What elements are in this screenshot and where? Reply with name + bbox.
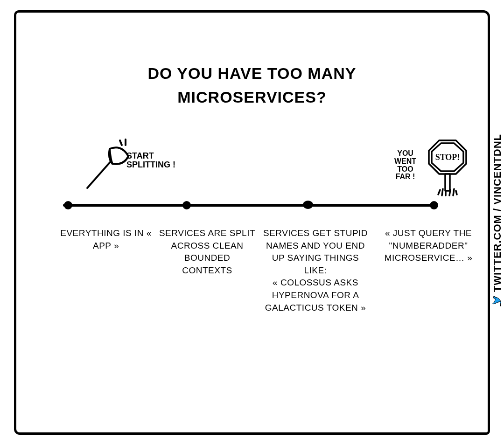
stage-label-4: « JUST QUERY THE "NUMBERADDER" MICROSERV… — [375, 227, 482, 314]
svg-line-1 — [120, 140, 122, 145]
stop-caption-line1: YOU — [394, 150, 416, 158]
timeline-dot-1 — [64, 201, 72, 209]
timeline-dot-4 — [430, 201, 438, 209]
stop-caption-line2: WENT — [394, 158, 416, 166]
stop-sign-icon: STOP! — [424, 138, 471, 198]
stop-caption: YOU WENT TOO FAR ! — [394, 150, 416, 181]
timeline-dot-2 — [182, 201, 191, 209]
title-line-2: MICROSERVICES? — [16, 85, 488, 109]
comic-frame: DO YOU HAVE TOO MANY MICROSERVICES? STAR… — [14, 10, 490, 435]
axe-caption: START SPLITTING ! — [126, 152, 175, 169]
credit-link[interactable]: TWITTER.COM / VINCENTDNL — [491, 134, 504, 307]
stage-labels: EVERYTHING IS IN « APP » SERVICES ARE SP… — [59, 227, 479, 314]
stage-label-3: SERVICES GET STUPID NAMES AND YOU END UP… — [262, 227, 369, 314]
axe-caption-line2: SPLITTING ! — [126, 160, 175, 169]
svg-rect-5 — [445, 174, 450, 191]
stop-caption-line3: TOO — [394, 166, 416, 174]
stage-label-2: SERVICES ARE SPLIT ACROSS CLEAN BOUNDED … — [158, 227, 256, 314]
timeline-line — [63, 204, 436, 207]
comic-title: DO YOU HAVE TOO MANY MICROSERVICES? — [16, 62, 488, 109]
stage-label-1: EVERYTHING IS IN « APP » — [59, 227, 153, 314]
stop-sign-text: STOP! — [435, 153, 460, 162]
twitter-bird-icon — [492, 296, 503, 307]
credit-text: TWITTER.COM / VINCENTDNL — [491, 134, 504, 292]
timeline-dot-3 — [303, 201, 313, 209]
title-line-1: DO YOU HAVE TOO MANY — [16, 62, 488, 85]
timeline-container — [63, 199, 436, 213]
axe-caption-line1: START — [126, 152, 175, 160]
stop-caption-line4: FAR ! — [394, 173, 416, 181]
